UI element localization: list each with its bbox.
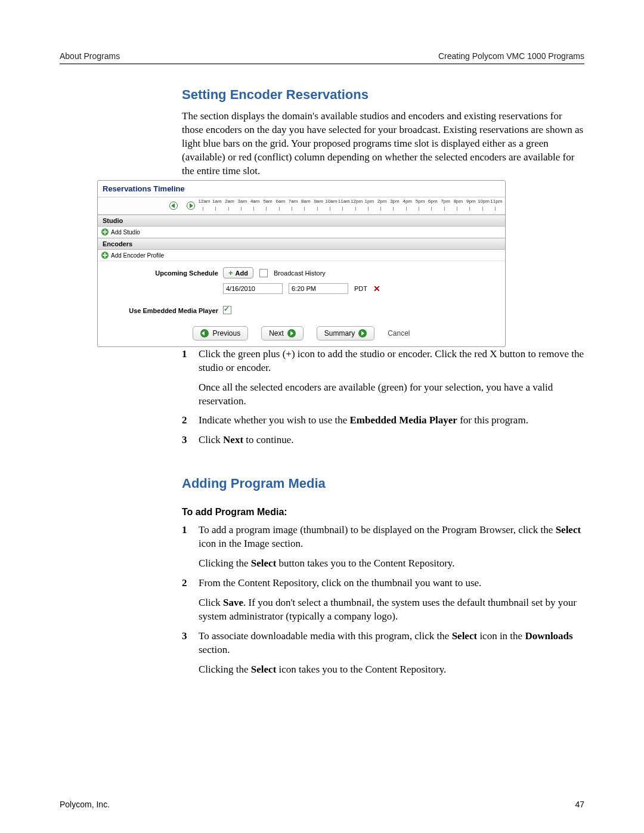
timezone-label: PDT <box>354 285 367 292</box>
broadcast-history-checkbox[interactable] <box>259 269 268 277</box>
timeline-prev-icon[interactable] <box>169 202 178 210</box>
hour-label: 6am <box>274 199 287 204</box>
hour-label: 4pm <box>401 199 414 204</box>
hour-label: 10am <box>325 199 338 204</box>
hour-label: 9pm <box>465 199 477 204</box>
step-1: Click the green plus (+) icon to add the… <box>182 348 584 408</box>
hour-label: 9am <box>312 199 325 204</box>
header-right: Creating Polycom VMC 1000 Programs <box>438 51 584 61</box>
header-left: About Programs <box>60 51 120 61</box>
add-studio-label: Add Studio <box>111 229 140 236</box>
step-3: Click Next to continue. <box>182 433 584 447</box>
hour-label: 3pm <box>388 199 401 204</box>
cancel-link[interactable]: Cancel <box>388 329 410 337</box>
page-footer: Polycom, Inc. 47 <box>60 800 584 809</box>
broadcast-history-label: Broadcast History <box>274 270 326 277</box>
section-heading-reservations: Setting Encoder Reservations <box>182 87 584 103</box>
encoders-section-header: Encoders <box>98 238 505 250</box>
footer-company: Polycom, Inc. <box>60 800 110 809</box>
reservations-panel: Reservations Timeline 12am1am2am3am4am5a… <box>97 180 506 347</box>
footer-page-number: 47 <box>575 800 584 809</box>
remove-schedule-icon[interactable]: ✕ <box>373 284 380 293</box>
subheading-add-media: To add Program Media: <box>182 507 584 518</box>
panel-title: Reservations Timeline <box>98 181 505 197</box>
media-step-3: To associate downloadable media with thi… <box>182 630 584 677</box>
next-button[interactable]: Next <box>261 326 304 340</box>
hour-label: 12am <box>198 199 210 204</box>
hour-label: 8am <box>299 199 312 204</box>
timeline-next-icon[interactable] <box>187 202 195 210</box>
steps-list-1: Click the green plus (+) icon to add the… <box>182 348 584 448</box>
hour-label: 7pm <box>439 199 452 204</box>
upcoming-schedule-label: Upcoming Schedule <box>104 270 223 277</box>
intro-paragraph: The section displays the domain's availa… <box>182 110 584 178</box>
add-encoder-row[interactable]: Add Encoder Profile <box>98 250 505 261</box>
add-schedule-plus-icon: + <box>228 269 233 277</box>
hour-label: 11am <box>338 199 350 204</box>
hour-label: 7am <box>287 199 299 204</box>
hour-label: 1pm <box>363 199 376 204</box>
hour-label: 5am <box>261 199 274 204</box>
section-heading-media: Adding Program Media <box>182 476 584 491</box>
step-2: Indicate whether you wish to use the Emb… <box>182 414 584 428</box>
hour-label: 8pm <box>452 199 465 204</box>
hour-label: 6pm <box>426 199 439 204</box>
add-studio-plus-icon[interactable] <box>101 228 109 236</box>
hour-label: 2am <box>224 199 236 204</box>
step-1-sub: Once all the selected encoders are avail… <box>199 381 584 408</box>
add-encoder-plus-icon[interactable] <box>101 252 109 259</box>
next-arrow-icon <box>287 329 296 337</box>
page-header: About Programs Creating Polycom VMC 1000… <box>60 51 584 64</box>
add-encoder-label: Add Encoder Profile <box>111 252 164 259</box>
hour-label: 11pm <box>490 199 503 204</box>
steps-list-2: To add a program image (thumbnail) to be… <box>182 524 584 676</box>
hour-label: 10pm <box>478 199 490 204</box>
studio-section-header: Studio <box>98 215 505 227</box>
add-schedule-button[interactable]: + Add <box>223 267 253 278</box>
hour-label: 1am <box>210 199 223 204</box>
hour-label: 12pm <box>351 199 363 204</box>
schedule-time-input[interactable]: 6:20 PM <box>289 283 348 294</box>
add-studio-row[interactable]: Add Studio <box>98 227 505 238</box>
step-1-text: Click the green plus (+) icon to add the… <box>199 348 584 373</box>
previous-button[interactable]: Previous <box>193 326 248 340</box>
hour-label: 4am <box>249 199 261 204</box>
schedule-date-input[interactable]: 4/16/2010 <box>223 283 283 294</box>
media-step-2: From the Content Repository, click on th… <box>182 577 584 624</box>
use-embedded-label: Use Embedded Media Player <box>104 300 223 314</box>
hour-label: 2pm <box>376 199 388 204</box>
use-embedded-checkbox[interactable] <box>223 306 231 314</box>
hour-label: 3am <box>236 199 249 204</box>
summary-arrow-icon <box>358 329 367 337</box>
summary-button[interactable]: Summary <box>317 326 374 340</box>
media-step-1: To add a program image (thumbnail) to be… <box>182 524 584 571</box>
timeline-hours: 12am1am2am3am4am5am6am7am8am9am10am11am1… <box>198 199 503 204</box>
timeline-header: 12am1am2am3am4am5am6am7am8am9am10am11am1… <box>98 197 505 215</box>
previous-arrow-icon <box>200 329 209 337</box>
hour-label: 5pm <box>414 199 426 204</box>
